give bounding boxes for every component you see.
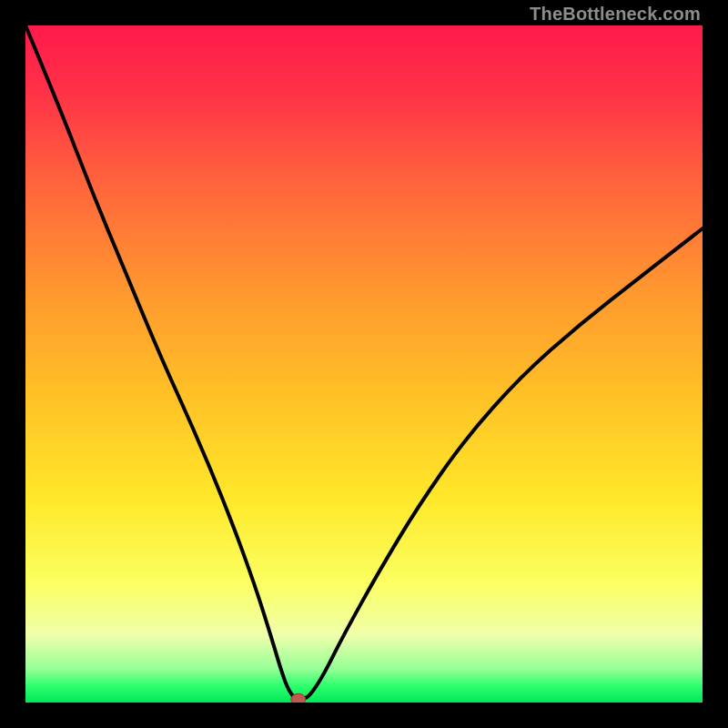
svg-point-1 xyxy=(291,693,306,703)
plot-area xyxy=(25,25,703,703)
chart-frame: TheBottleneck.com xyxy=(0,0,728,728)
bottleneck-curve xyxy=(25,25,703,703)
watermark-text: TheBottleneck.com xyxy=(530,4,701,25)
